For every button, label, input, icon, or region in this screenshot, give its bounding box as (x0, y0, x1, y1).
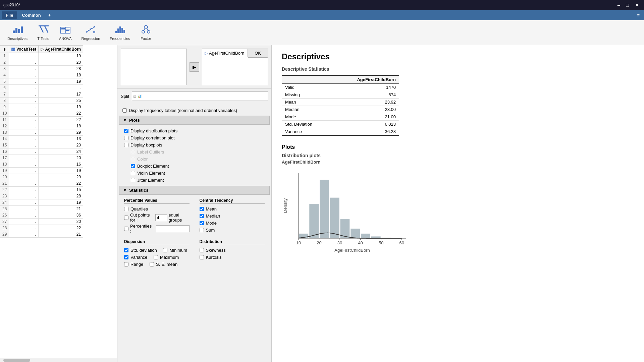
display-correlation-plot-checkbox[interactable] (124, 136, 128, 140)
percentile-values-col: Percentile Values Quartiles Cut points f… (124, 197, 190, 235)
median-checkbox[interactable] (200, 214, 204, 218)
vocabtest-cell: . (9, 98, 39, 104)
stats-row: Missing 574 (282, 91, 399, 99)
table-row: 12 . 18 (0, 123, 83, 129)
mode-checkbox[interactable] (200, 221, 204, 225)
skewness-checkbox[interactable] (200, 248, 204, 252)
vocabtest-cell: . (9, 231, 39, 238)
maximum-checkbox[interactable] (154, 255, 158, 259)
row-num: 20 (0, 174, 9, 180)
factor-icon (141, 24, 151, 36)
frequencies-button[interactable]: Frequencies (106, 23, 134, 42)
svg-line-29 (147, 28, 148, 31)
selected-var-label: AgeFirstChildBorn (209, 51, 245, 56)
plots-results-title: Plots (282, 144, 634, 150)
stat-value: 1470 (332, 84, 399, 91)
table-row: 8 . 25 (0, 98, 83, 104)
descriptives-button[interactable]: Descriptives (3, 23, 32, 42)
common-menu[interactable]: Common (18, 11, 45, 19)
boxplot-element-checkbox[interactable] (131, 164, 135, 168)
kurtosis-checkbox[interactable] (200, 255, 204, 259)
violin-element-checkbox[interactable] (131, 171, 135, 175)
row-num: 7 (0, 91, 9, 98)
vocabtest-cell: . (9, 117, 39, 123)
age-cell: 36 (38, 212, 83, 219)
row-num: 8 (0, 98, 9, 104)
percentiles-input[interactable] (156, 225, 190, 232)
ok-button[interactable]: OK (248, 49, 268, 58)
svg-point-27 (147, 31, 150, 33)
split-input[interactable]: 🖼 📊 (132, 92, 268, 101)
display-boxplots-checkbox[interactable] (124, 143, 128, 147)
minimum-checkbox[interactable] (163, 248, 167, 252)
sidebar-toggle[interactable]: ≡ (634, 11, 642, 19)
sum-checkbox[interactable] (200, 228, 204, 232)
color-label: Color (137, 157, 148, 162)
range-checkbox[interactable] (124, 262, 128, 266)
age-cell: 20 (38, 59, 83, 66)
color-row: Color (131, 156, 265, 163)
range-label: Range (130, 262, 143, 267)
cut-points-input[interactable] (155, 214, 167, 221)
quartiles-label: Quartiles (130, 206, 148, 212)
anova-button[interactable]: ANOVA (55, 23, 76, 42)
color-checkbox[interactable] (131, 157, 135, 161)
svg-rect-36 (361, 233, 371, 238)
display-distribution-plots-row: Display distribution plots (124, 127, 265, 134)
jitter-element-checkbox[interactable] (131, 178, 135, 182)
table-row: 18 . 16 (0, 161, 83, 168)
factor-button[interactable]: Factor (136, 23, 156, 42)
age-cell: 18 (38, 123, 83, 129)
results-panel: Descriptives Descriptive Statistics AgeF… (272, 45, 644, 362)
minimize-button[interactable]: – (616, 2, 622, 8)
table-row: 14 . 13 (0, 136, 83, 142)
close-button[interactable]: ✕ (633, 2, 641, 8)
central-tendency-header: Central Tendency (200, 197, 265, 204)
mode-label: Mode (206, 221, 217, 226)
cut-points-row: Cut points for : equal groups (124, 213, 190, 223)
quartiles-checkbox[interactable] (124, 207, 128, 211)
stats-section-header[interactable]: ▼ Statistics (119, 186, 270, 195)
display-distribution-plots-checkbox[interactable] (124, 129, 128, 133)
vocabtest-cell: . (9, 212, 39, 219)
row-num: 16 (0, 148, 9, 155)
freq-table-checkbox[interactable] (122, 108, 127, 113)
plots-results-section: Plots Distribution plots AgeFirstChildBo… (282, 144, 634, 257)
std-deviation-checkbox[interactable] (124, 248, 128, 252)
split-section: Split 🖼 📊 (117, 89, 271, 104)
label-outliers-checkbox[interactable] (131, 150, 135, 154)
variance-checkbox[interactable] (124, 255, 128, 259)
percentiles-checkbox[interactable] (124, 227, 128, 231)
stats-row: Std. Deviation 6.023 (282, 121, 399, 128)
descriptives-icon (12, 24, 23, 36)
row-num: 22 (0, 187, 9, 193)
variable-list[interactable] (121, 49, 187, 85)
svg-point-26 (142, 31, 145, 33)
table-row: 6 . . (0, 85, 83, 91)
plots-section-header[interactable]: ▼ Plots (119, 116, 270, 125)
mean-label: Mean (206, 206, 217, 212)
row-num: 9 (0, 104, 9, 110)
titlebar: gss2010* – □ ✕ (0, 0, 644, 10)
svg-rect-22 (119, 26, 121, 33)
maximize-button[interactable]: □ (625, 2, 631, 8)
stats-collapse-icon: ▼ (123, 188, 127, 193)
svg-line-28 (144, 28, 145, 31)
svg-text:10: 10 (296, 240, 301, 245)
add-tab-button[interactable]: + (46, 11, 54, 19)
stats-two-col: Percentile Values Quartiles Cut points f… (124, 197, 265, 235)
file-menu[interactable]: File (2, 11, 17, 19)
mean-checkbox[interactable] (200, 207, 204, 211)
histogram-chart: 102030405060DensityAgeFirstChildBorn (282, 170, 409, 257)
svg-text:Density: Density (283, 198, 288, 213)
ttests-button[interactable]: T-Tests (33, 23, 53, 42)
add-variable-button[interactable]: ▶ (190, 62, 199, 72)
row-num: 5 (0, 78, 9, 85)
table-row: 2 . 20 (0, 59, 83, 66)
row-num: 15 (0, 142, 9, 148)
cut-points-checkbox[interactable] (124, 216, 128, 220)
se-mean-checkbox[interactable] (150, 262, 154, 266)
stat-value: 23.92 (332, 99, 399, 106)
stats-col2-header: AgeFirstChildBorn (332, 75, 399, 84)
regression-button[interactable]: Regression (77, 23, 104, 42)
